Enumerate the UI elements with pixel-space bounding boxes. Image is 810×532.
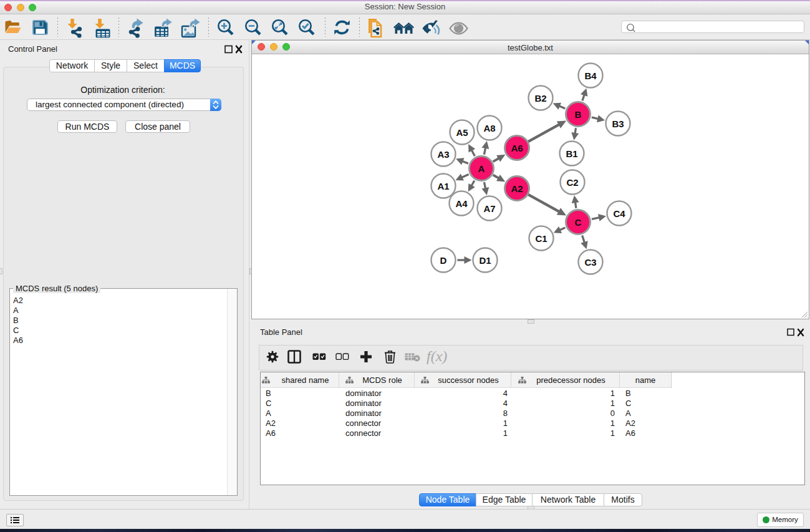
svg-text:B: B	[575, 109, 582, 120]
svg-text:A2: A2	[511, 183, 523, 194]
svg-text:A8: A8	[483, 123, 495, 133]
svg-text:D1: D1	[479, 255, 491, 266]
svg-text:C4: C4	[613, 208, 625, 219]
svg-text:B3: B3	[612, 118, 624, 129]
svg-text:C2: C2	[566, 177, 578, 188]
svg-text:B1: B1	[566, 148, 577, 159]
svg-text:B4: B4	[584, 70, 597, 81]
svg-text:A6: A6	[511, 143, 523, 153]
svg-text:C3: C3	[584, 257, 596, 268]
svg-text:A: A	[478, 163, 485, 174]
svg-text:B2: B2	[534, 93, 546, 104]
svg-text:A5: A5	[456, 127, 468, 138]
svg-text:D: D	[440, 255, 447, 266]
svg-text:A4: A4	[455, 198, 468, 209]
svg-text:C: C	[575, 217, 582, 228]
svg-text:A3: A3	[437, 149, 449, 160]
svg-text:A7: A7	[483, 203, 495, 214]
svg-text:A1: A1	[437, 181, 449, 191]
svg-text:C1: C1	[535, 233, 547, 244]
